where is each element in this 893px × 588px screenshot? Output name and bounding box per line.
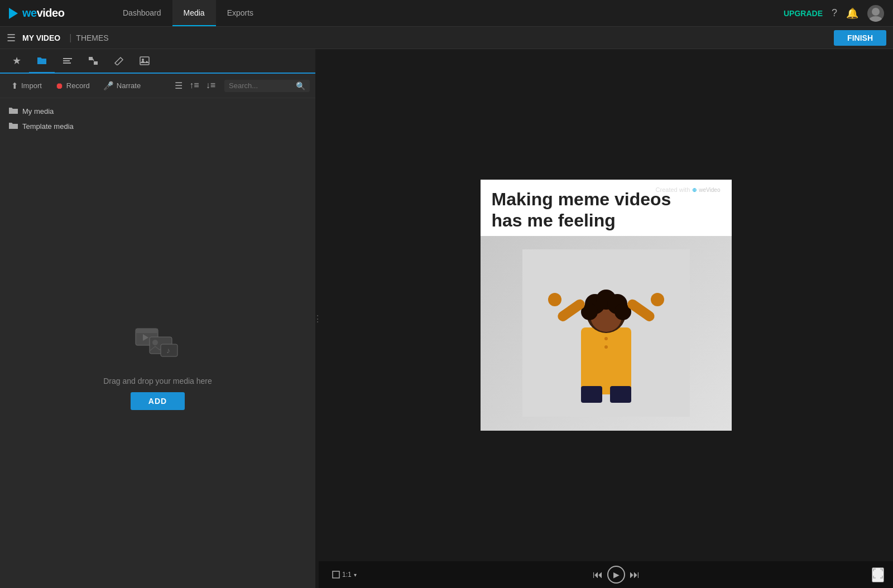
notifications-icon[interactable]: 🔔 [846, 7, 858, 20]
preview-area: Created with ⊕ weVideo Making meme video… [319, 49, 893, 561]
svg-point-0 [872, 8, 880, 16]
sort-desc-icon[interactable]: ↓≡ [204, 78, 218, 93]
record-button[interactable]: ⏺ Record [50, 79, 95, 93]
media-tab-image[interactable] [132, 49, 157, 73]
logo-area: wevideo [0, 7, 112, 20]
top-navigation: wevideo Dashboard Media Exports UPGRADE … [0, 0, 893, 27]
svg-point-28 [604, 337, 608, 340]
folder-icon [9, 107, 18, 116]
svg-point-1 [869, 16, 882, 22]
nav-right: UPGRADE ? 🔔 [784, 5, 893, 22]
svg-rect-31 [610, 386, 631, 403]
folder-template-icon [9, 122, 18, 131]
preview-title-line2: has me feeling [492, 210, 721, 231]
tree-item-my-media[interactable]: My media [0, 104, 315, 119]
svg-rect-7 [140, 57, 149, 65]
themes-button[interactable]: THEMES [76, 33, 108, 42]
media-tree: My media Template media [0, 98, 315, 139]
dancer-svg [522, 249, 690, 417]
logo-triangle-icon [9, 8, 18, 19]
user-avatar[interactable] [867, 5, 884, 22]
my-media-label: My media [22, 107, 54, 115]
media-drop-area: ♪ Drag and drop your media here ADD [0, 139, 315, 588]
media-tab-starred[interactable]: ★ [4, 49, 29, 73]
preview-canvas: Created with ⊕ weVideo Making meme video… [481, 180, 732, 431]
svg-point-26 [548, 293, 561, 306]
preview-panel: Created with ⊕ weVideo Making meme video… [319, 49, 893, 588]
nav-tabs: Dashboard Media Exports [112, 0, 265, 26]
nav-separator: | [69, 33, 71, 43]
svg-rect-5 [89, 57, 93, 60]
aspect-ratio-chevron: ▾ [354, 572, 357, 578]
logo-text: wevideo [22, 7, 64, 20]
svg-rect-32 [333, 571, 339, 578]
search-icon: 🔍 [296, 81, 305, 90]
hamburger-icon[interactable]: ☰ [7, 32, 16, 44]
sort-asc-icon[interactable]: ↑≡ [187, 78, 201, 93]
svg-text:♪: ♪ [166, 346, 170, 355]
help-icon[interactable]: ? [832, 7, 837, 19]
svg-rect-10 [136, 329, 158, 333]
preview-title: Making meme videos has me feeling [492, 189, 721, 232]
media-tabs: ★ [0, 49, 315, 74]
media-tab-folder[interactable] [29, 50, 55, 73]
preview-image [481, 236, 732, 431]
preview-controls: 1:1 ▾ ⏮ ▶ ⏭ [319, 561, 893, 588]
list-view-icon[interactable]: ☰ [172, 78, 185, 93]
project-name: MY VIDEO [22, 33, 60, 42]
svg-point-12 [152, 340, 158, 345]
narrate-label: Narrate [117, 81, 141, 90]
watermark: Created with ⊕ weVideo [656, 186, 721, 193]
play-button[interactable]: ▶ [607, 566, 625, 584]
upgrade-button[interactable]: UPGRADE [784, 9, 823, 18]
aspect-ratio-label: 1:1 [342, 571, 352, 579]
narrate-button[interactable]: 🎤 Narrate [98, 79, 146, 93]
search-box: 🔍 [224, 80, 310, 92]
import-icon: ⬆ [11, 81, 18, 91]
drop-text: Drag and drop your media here [103, 377, 212, 385]
record-icon: ⏺ [55, 81, 64, 90]
tab-exports[interactable]: Exports [216, 0, 265, 26]
svg-rect-4 [63, 62, 71, 64]
narrate-icon: 🎤 [103, 81, 114, 91]
svg-rect-2 [63, 58, 72, 59]
template-media-label: Template media [22, 122, 74, 131]
weideo-logo-icon: ⊕ [692, 187, 697, 193]
play-controls: ⏮ ▶ ⏭ [593, 566, 640, 584]
left-panel: ★ [0, 49, 315, 588]
main-layout: ★ [0, 49, 893, 588]
svg-point-29 [604, 345, 608, 349]
watermark-text: Created with [656, 186, 690, 193]
finish-button[interactable]: FINISH [834, 30, 886, 46]
preview-top: Created with ⊕ weVideo Making meme video… [481, 180, 732, 236]
sort-buttons: ☰ ↑≡ ↓≡ [172, 78, 218, 93]
record-label: Record [66, 81, 90, 90]
svg-rect-6 [94, 61, 98, 65]
svg-rect-30 [581, 386, 602, 403]
tree-item-template-media[interactable]: Template media [0, 119, 315, 134]
aspect-ratio-button[interactable]: 1:1 ▾ [328, 568, 361, 581]
search-input[interactable] [229, 81, 296, 90]
drop-icon: ♪ [130, 317, 186, 370]
tab-media[interactable]: Media [172, 0, 216, 26]
import-label: Import [21, 81, 42, 90]
secondary-navigation: ☰ MY VIDEO | THEMES FINISH [0, 27, 893, 49]
fast-forward-button[interactable]: ⏭ [630, 569, 640, 581]
rewind-button[interactable]: ⏮ [593, 569, 603, 581]
media-tab-edit[interactable] [106, 49, 132, 73]
media-actions: ⬆ Import ⏺ Record 🎤 Narrate ☰ ↑≡ ↓≡ 🔍 [0, 74, 315, 98]
svg-rect-3 [63, 60, 70, 61]
fullscreen-button[interactable] [872, 567, 884, 582]
dancer-figure [481, 236, 732, 431]
import-button[interactable]: ⬆ Import [6, 79, 47, 93]
tab-dashboard[interactable]: Dashboard [112, 0, 172, 26]
svg-point-27 [651, 293, 664, 306]
add-media-button[interactable]: ADD [131, 392, 185, 410]
media-tab-transitions[interactable] [80, 49, 106, 73]
media-tab-text[interactable] [55, 49, 80, 73]
